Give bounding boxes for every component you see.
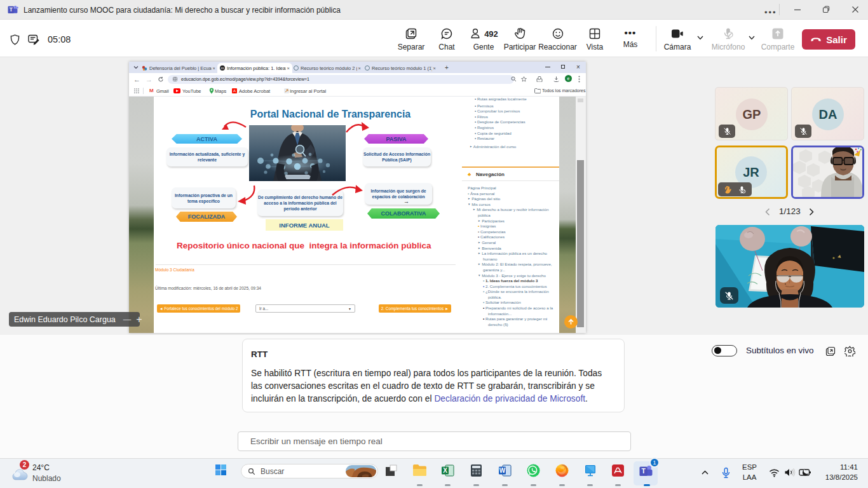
svg-text:X: X xyxy=(443,467,447,474)
svg-text:T: T xyxy=(641,467,646,475)
svg-text:T: T xyxy=(10,6,13,13)
svg-text:W: W xyxy=(499,467,506,474)
